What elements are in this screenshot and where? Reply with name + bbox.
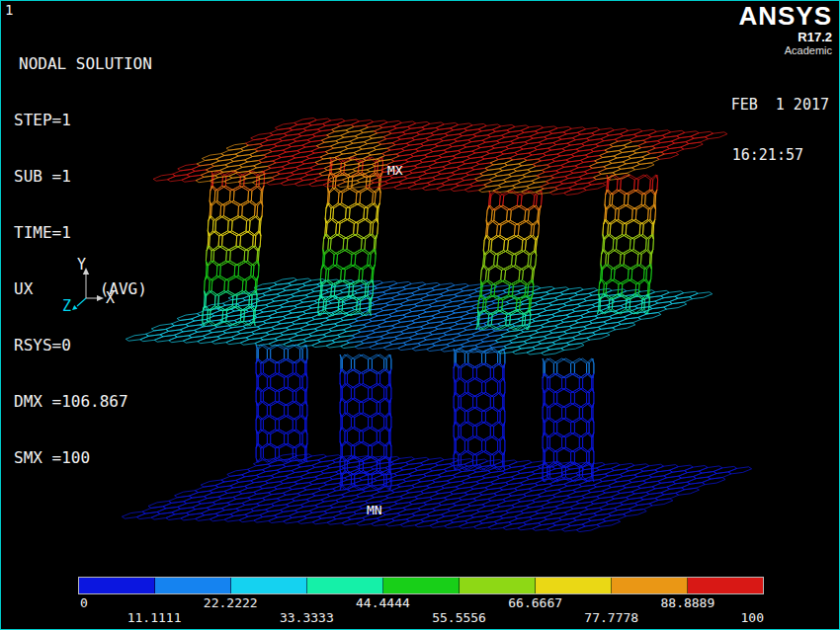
legend-band-8	[688, 578, 763, 593]
legend-band-3	[307, 578, 383, 593]
legend-band-7	[612, 578, 688, 593]
nanotube-lower-2	[340, 354, 391, 490]
contour-colorbar	[78, 577, 764, 594]
solution-info: NODAL SOLUTION STEP=1 SUB =1 TIME=1 UX (…	[14, 17, 152, 505]
legend-tick-label-5: 55.5556	[432, 610, 486, 625]
legend-tick-label-9: 100	[741, 610, 764, 625]
nanotube-lower-4	[543, 358, 594, 482]
graphene-sheet-top	[153, 118, 727, 196]
solution-title: NODAL SOLUTION	[19, 54, 152, 73]
contour-legend-labels: 011.111122.222233.333344.444455.555666.6…	[78, 595, 764, 627]
legend-tick-label-6: 66.6667	[508, 595, 562, 610]
info-line-step: STEP=1	[14, 111, 152, 129]
graphene-sheet-bottom	[122, 453, 751, 531]
nanotube-upper-3	[476, 191, 543, 330]
legend-band-5	[460, 578, 536, 593]
info-line-rsys: RSYS=0	[14, 336, 152, 354]
legend-tick-label-0: 0	[80, 595, 88, 610]
date-label: FEB 1 2017	[731, 97, 829, 114]
legend-band-4	[383, 578, 460, 593]
window-number: 1	[5, 2, 13, 18]
time-label: 16:21:57	[731, 147, 829, 164]
datetime-block: FEB 1 2017 16:21:57	[731, 63, 829, 197]
info-line-ux: UX (AVG)	[14, 279, 152, 298]
ansys-logo: ANSYS	[738, 3, 832, 30]
ansys-graphics-window[interactable]: Y X Z 1 NODAL SOLUTION STEP=1 SUB =1 TIM…	[0, 0, 840, 630]
legend-band-0	[79, 578, 155, 593]
edition-label: Academic	[738, 44, 832, 57]
info-line-sub: SUB =1	[14, 167, 152, 186]
legend-tick-label-3: 33.3333	[280, 610, 334, 625]
min-value-label: MN	[367, 503, 382, 517]
brand-block: ANSYS R17.2 Academic	[738, 3, 832, 57]
info-line-smx: SMX =100	[14, 448, 152, 467]
legend-tick-label-8: 88.8889	[660, 595, 714, 610]
legend-tick-label-2: 22.2222	[204, 595, 258, 610]
graphene-sheet-middle	[126, 278, 712, 355]
legend-tick-label-7: 77.7778	[584, 610, 638, 625]
legend-band-1	[155, 578, 231, 593]
legend-band-6	[536, 578, 612, 593]
info-line-dmx: DMX =106.867	[14, 392, 152, 411]
legend-tick-label-1: 11.1111	[127, 610, 182, 625]
legend-band-2	[231, 578, 307, 593]
legend-tick-label-4: 44.4444	[356, 595, 410, 610]
nanotube-lower-1	[256, 345, 307, 462]
info-line-time: TIME=1	[14, 223, 152, 242]
nanotube-lower-3	[454, 349, 505, 470]
max-value-label: MX	[387, 163, 403, 178]
version-label: R17.2	[738, 30, 832, 44]
